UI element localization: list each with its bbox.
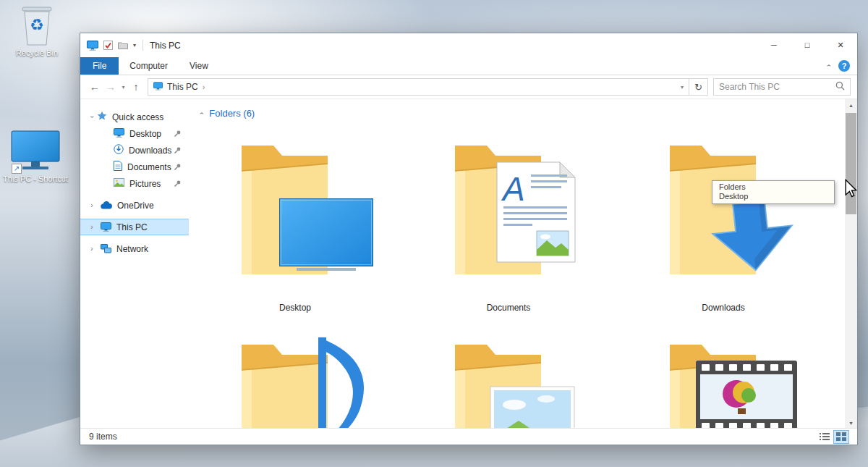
help-icon[interactable]: ?	[838, 60, 850, 72]
pin-icon[interactable]	[174, 163, 182, 173]
shortcut-arrow-icon: ↗	[12, 164, 22, 174]
network-expand-icon[interactable]: ›	[87, 245, 97, 253]
window-content: › Quick access Desktop	[80, 99, 857, 429]
folder-tile-partial-music[interactable]	[201, 326, 389, 429]
sidebar-item-label: OneDrive	[117, 201, 154, 211]
download-arrow-icon	[708, 196, 801, 277]
music-note-icon	[310, 335, 378, 429]
sidebar-item-documents[interactable]: Documents	[80, 159, 189, 175]
up-button[interactable]: ↑	[128, 81, 144, 93]
sidebar-item-label: Downloads	[129, 146, 171, 156]
onedrive-cloud-icon	[101, 201, 112, 209]
pictures-icon	[114, 178, 124, 189]
status-bar: 9 items	[80, 428, 857, 445]
sidebar-item-label: Documents	[127, 162, 171, 172]
refresh-button[interactable]: ↻	[689, 78, 708, 96]
quick-access-star-icon	[97, 111, 107, 123]
desktop: ♻ Recycle Bin ↗ This PC - Shortcut ▾	[0, 0, 868, 467]
address-pc-icon	[153, 82, 163, 93]
folder-tile-documents[interactable]: A Documents	[414, 127, 603, 340]
tab-computer[interactable]: Computer	[119, 57, 179, 75]
sidebar-item-downloads[interactable]: Downloads	[80, 142, 189, 159]
sidebar-item-label: Network	[116, 244, 148, 254]
network-icon	[101, 244, 111, 253]
documents-icon	[114, 161, 122, 173]
pin-icon[interactable]	[174, 146, 182, 156]
vertical-scrollbar[interactable]: ▴ ▾	[845, 99, 857, 429]
tooltip-line-1: Folders	[719, 182, 827, 192]
sidebar-item-network[interactable]: › Network	[80, 240, 189, 257]
tooltip: Folders Desktop	[712, 180, 835, 204]
sidebar-item-onedrive[interactable]: › OneDrive	[80, 197, 189, 214]
photo-icon	[490, 386, 575, 429]
titlebar-separator	[142, 40, 143, 51]
mouse-cursor	[844, 179, 857, 198]
navigation-pane: › Quick access Desktop	[80, 99, 189, 429]
sidebar-item-this-pc[interactable]: › This PC	[80, 219, 189, 235]
details-view-icon[interactable]	[817, 431, 832, 443]
scrollbar-up-icon[interactable]: ▴	[845, 99, 857, 112]
onedrive-expand-icon[interactable]: ›	[87, 201, 97, 209]
quick-access-collapse-icon[interactable]: ›	[88, 112, 96, 122]
this-pc-shortcut-icon[interactable]: ↗ This PC - Shortcut	[1, 130, 69, 183]
search-icon	[835, 80, 845, 93]
qat-new-folder-icon[interactable]	[118, 41, 128, 49]
recycle-bin-label: Recycle Bin	[9, 49, 65, 57]
sidebar-item-label: This PC	[116, 222, 148, 232]
folder-tile-partial-pictures[interactable]	[414, 326, 603, 429]
items-count: 9 items	[89, 432, 117, 442]
navigation-bar: ← → ▾ ↑ This PC › ▾ ↻	[80, 75, 857, 99]
minimize-button[interactable]: ─	[757, 33, 791, 56]
sidebar-item-desktop[interactable]: Desktop	[80, 125, 189, 142]
group-header-label: Folders (6)	[209, 108, 255, 119]
search-box[interactable]	[713, 78, 851, 96]
downloads-icon	[114, 144, 124, 156]
svg-text:A: A	[501, 170, 525, 208]
ribbon-tab-row: File Computer View › ?	[80, 57, 857, 75]
pin-icon[interactable]	[174, 130, 182, 140]
view-switcher	[817, 431, 848, 443]
title-bar[interactable]: ▾ This PC ─ □ ✕	[80, 33, 857, 57]
forward-button[interactable]: →	[103, 81, 119, 93]
shortcut-label: This PC - Shortcut	[1, 174, 69, 183]
sidebar-item-pictures[interactable]: Pictures	[80, 175, 189, 192]
collapse-group-icon[interactable]: ›	[197, 112, 205, 114]
qat-customize-chevron-icon[interactable]: ▾	[133, 42, 136, 49]
qat-properties-icon[interactable]	[103, 41, 113, 50]
breadcrumb-chevron-icon[interactable]: ›	[203, 83, 205, 91]
scrollbar-thumb[interactable]	[846, 113, 856, 214]
close-button[interactable]: ✕	[824, 33, 857, 56]
this-pc-icon	[101, 222, 111, 232]
tab-view[interactable]: View	[179, 57, 219, 75]
folder-tile-desktop[interactable]: Desktop	[201, 127, 389, 340]
explorer-window: ▾ This PC ─ □ ✕ File Computer View › ? ←…	[80, 33, 858, 445]
address-bar[interactable]: This PC › ▾	[148, 78, 689, 96]
window-controls: ─ □ ✕	[757, 33, 857, 56]
maximize-button[interactable]: □	[791, 33, 824, 56]
sidebar-item-label: Desktop	[129, 129, 161, 139]
this-pc-window-icon	[87, 41, 98, 51]
pin-icon[interactable]	[174, 180, 182, 190]
desktop-icon	[114, 128, 124, 140]
folder-label: Desktop	[201, 303, 389, 313]
desktop-monitor-icon	[279, 198, 373, 272]
search-input[interactable]	[719, 82, 835, 92]
group-header-folders[interactable]: › Folders (6)	[200, 108, 255, 119]
address-dropdown-icon[interactable]: ▾	[681, 84, 684, 91]
folder-label: Downloads	[629, 303, 817, 313]
folder-tile-partial-videos[interactable]	[629, 326, 817, 429]
recycle-bin-icon[interactable]: ♻ Recycle Bin	[9, 4, 65, 57]
sidebar-item-quick-access[interactable]: › Quick access	[80, 109, 189, 125]
folder-tile-downloads[interactable]: Downloads	[629, 127, 817, 340]
this-pc-expand-icon[interactable]: ›	[87, 223, 97, 231]
window-title: This PC	[150, 41, 181, 51]
sidebar-item-label: Quick access	[112, 112, 163, 122]
recent-locations-chevron-icon[interactable]: ▾	[119, 84, 128, 91]
items-view: › Folders (6)	[189, 99, 845, 429]
expand-ribbon-icon[interactable]: ›	[825, 64, 833, 67]
back-button[interactable]: ←	[87, 81, 103, 93]
tab-file[interactable]: File	[80, 57, 119, 75]
folder-label: Documents	[414, 303, 603, 313]
breadcrumb-this-pc[interactable]: This PC	[167, 82, 198, 92]
large-icons-view-icon[interactable]	[834, 431, 848, 443]
